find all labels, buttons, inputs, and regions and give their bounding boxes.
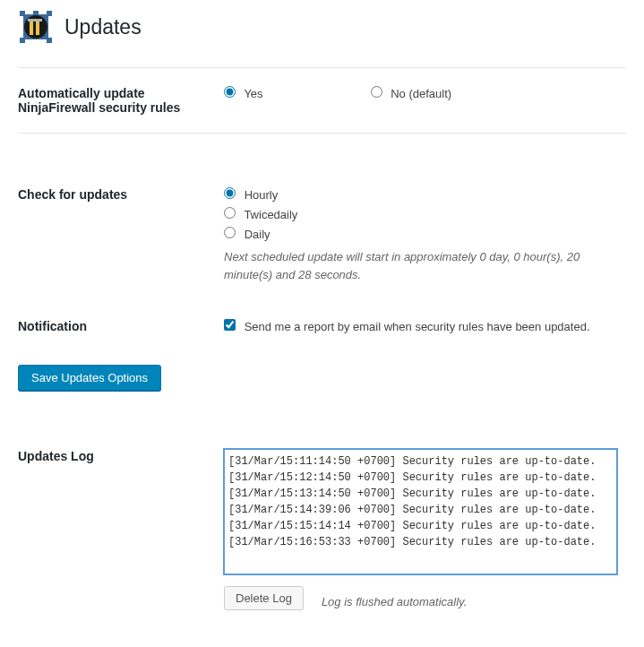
updates-log-textarea[interactable]	[224, 449, 617, 574]
log-flush-note: Log is flushed automatically.	[322, 593, 467, 611]
check-updates-label: Check for updates	[18, 169, 215, 301]
next-scheduled-text: Next scheduled update will start in appr…	[224, 248, 617, 283]
notification-text: Send me a report by email when security …	[245, 320, 590, 333]
auto-update-label: Automatically update NinjaFirewall secur…	[18, 68, 215, 134]
check-hourly-text: Hourly	[245, 188, 279, 202]
notification-checkbox[interactable]	[224, 319, 236, 331]
check-daily-radio[interactable]	[224, 227, 236, 238]
plugin-logo-icon	[18, 9, 54, 45]
notification-checkbox-label[interactable]: Send me a report by email when security …	[224, 320, 590, 333]
check-twicedaily-radio[interactable]	[224, 207, 236, 219]
page-title: Updates	[64, 15, 142, 39]
auto-update-yes-text: Yes	[244, 87, 262, 100]
check-hourly-radio[interactable]	[224, 187, 236, 199]
notification-label: Notification	[18, 301, 215, 351]
svg-rect-3	[28, 19, 42, 22]
check-daily-label[interactable]: Daily	[224, 227, 617, 241]
page-header: Updates	[18, 9, 626, 45]
check-twicedaily-text: Twicedaily	[244, 208, 297, 221]
auto-update-yes-label[interactable]: Yes	[224, 86, 263, 100]
save-button[interactable]: Save Updates Options	[18, 365, 161, 391]
check-hourly-label[interactable]: Hourly	[224, 187, 617, 202]
auto-update-yes-radio[interactable]	[224, 86, 236, 98]
auto-update-no-text: No (default)	[391, 87, 451, 100]
auto-update-no-radio[interactable]	[371, 86, 382, 98]
updates-log-label: Updates Log	[18, 418, 215, 629]
auto-update-no-label[interactable]: No (default)	[371, 86, 452, 100]
check-daily-text: Daily	[245, 228, 270, 241]
check-twicedaily-label[interactable]: Twicedaily	[224, 207, 617, 221]
delete-log-button[interactable]: Delete Log	[224, 586, 304, 610]
